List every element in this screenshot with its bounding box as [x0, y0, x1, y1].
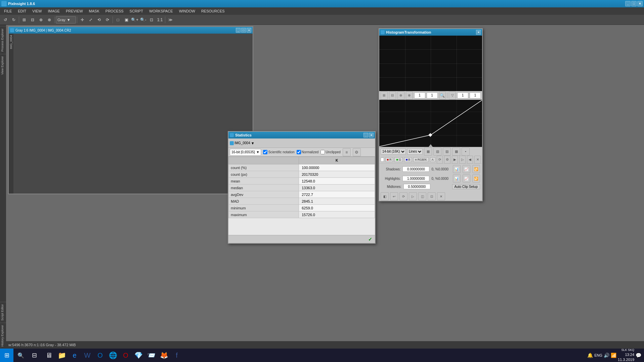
taskbar-app-6[interactable]: 📨: [145, 349, 157, 361]
channel-rgb-button[interactable]: ■ RGB/K: [413, 157, 428, 162]
highlights-input[interactable]: 1.00000000: [402, 176, 429, 181]
zoom-out-button[interactable]: 🔍-: [139, 16, 147, 24]
taskbar-app-opera[interactable]: O: [120, 349, 132, 361]
sidebar-tab-process-explorer[interactable]: Process Explorer: [0, 26, 6, 54]
hist-mirror-btn[interactable]: ⊗: [406, 91, 413, 99]
sidebar-tab-script-editor[interactable]: Script Editor: [0, 302, 6, 323]
scientific-notation-checkbox[interactable]: [263, 150, 267, 154]
hist-spinbox-4[interactable]: 1: [470, 92, 481, 98]
minimize-button[interactable]: _: [625, 1, 631, 6]
view-mode-select[interactable]: Lines: [407, 149, 423, 155]
hist-center-btn[interactable]: ⊕: [397, 91, 404, 99]
hist-zoom-all-btn[interactable]: ⊞: [381, 91, 388, 99]
normalized-checkbox[interactable]: [297, 150, 301, 154]
hist-view-btn-4[interactable]: ▩: [452, 148, 460, 156]
highlights-graph-btn-3[interactable]: 🔁: [472, 174, 480, 183]
taskbar-app-ie[interactable]: e: [69, 349, 81, 361]
hist-action-btn-3[interactable]: ⟳: [399, 192, 407, 200]
taskbar-app-5[interactable]: 💎: [132, 349, 144, 361]
taskbar-app-chrome[interactable]: 🌐: [107, 349, 119, 361]
taskbar-notifications[interactable]: 🔔: [587, 353, 593, 358]
more-tools-1[interactable]: ≫: [166, 16, 174, 24]
channel-a-button[interactable]: A: [430, 157, 435, 162]
channel-b-button[interactable]: ■ B: [404, 157, 412, 162]
sidebar-tab-view-explorer[interactable]: View Explorer: [0, 54, 6, 77]
redo-button[interactable]: ↻: [10, 16, 18, 24]
channel-settings-btn-4[interactable]: ▷: [459, 156, 466, 164]
stats-options-btn-1[interactable]: ≡: [343, 148, 351, 156]
tool-btn-3[interactable]: ⊕: [37, 16, 45, 24]
sidebar-tab-history-explorer[interactable]: History Explorer: [0, 323, 6, 349]
hist-view-btn-1[interactable]: ▦: [424, 148, 432, 156]
shadows-graph-btn-2[interactable]: 📈: [463, 165, 470, 173]
hist-close-button[interactable]: ✕: [476, 30, 481, 35]
view-btn-2[interactable]: ▣: [122, 16, 130, 24]
shadows-input[interactable]: 0.00000000: [402, 166, 429, 172]
hist-spinbox-3[interactable]: 1: [457, 92, 468, 98]
menu-edit[interactable]: EDIT: [15, 8, 29, 14]
hist-action-btn-5[interactable]: ◫: [418, 192, 426, 200]
stats-minimize-button[interactable]: _: [363, 133, 368, 137]
channel-r-button[interactable]: ■ R: [385, 157, 393, 162]
taskbar-clock[interactable]: SLK SKQ 13:24 11.3.2019: [618, 348, 634, 362]
nav-btn-3[interactable]: ⟲: [95, 16, 103, 24]
zoom-in-button[interactable]: 🔍+: [131, 16, 139, 24]
menu-process[interactable]: PROCESS: [103, 8, 126, 14]
image-minimize-button[interactable]: _: [236, 28, 241, 33]
midtones-input[interactable]: 0.50000000: [403, 184, 430, 189]
taskbar-app-outlook[interactable]: O: [94, 349, 106, 361]
taskbar-app-firefox[interactable]: 🦊: [158, 349, 170, 361]
nav-btn-1[interactable]: ✛: [78, 16, 86, 24]
view-btn-1[interactable]: □: [114, 16, 122, 24]
taskbar-search-button[interactable]: 🔍: [15, 349, 27, 361]
channel-settings-btn-6[interactable]: ✕: [474, 156, 481, 164]
bit-depth-select[interactable]: 14-bit (16K): [381, 149, 406, 155]
menu-resources[interactable]: RESOURCES: [199, 8, 227, 14]
taskbar-keyboard[interactable]: ENG: [594, 353, 602, 357]
taskbar-app-1[interactable]: 🖥: [43, 349, 55, 361]
color-mode-dropdown[interactable]: Gray ▼: [56, 16, 76, 24]
hist-action-btn-2[interactable]: ↩: [390, 192, 398, 200]
taskbar-app-2[interactable]: 📁: [56, 349, 68, 361]
stats-ok-icon[interactable]: ✓: [368, 237, 372, 242]
auto-clip-setup-button[interactable]: Auto Clip Setup: [452, 184, 480, 189]
taskbar-network[interactable]: 📶: [611, 353, 616, 358]
zoom-fit-button[interactable]: ⊡: [147, 16, 156, 24]
hist-action-btn-1[interactable]: ◧: [381, 192, 389, 200]
stats-options-btn-2[interactable]: ⚙: [353, 148, 361, 156]
taskbar-volume[interactable]: 🔊: [604, 353, 609, 358]
zoom-100-button[interactable]: 1:1: [156, 16, 164, 24]
stats-image-selector[interactable]: IMG_0004 ▼: [230, 141, 255, 145]
menu-preview[interactable]: PREVIEW: [63, 8, 86, 14]
image-maximize-button[interactable]: □: [241, 28, 246, 33]
hist-spinbox-2[interactable]: 1: [427, 92, 438, 98]
tool-btn-2[interactable]: ⊟: [29, 16, 37, 24]
unclipped-checkbox[interactable]: [320, 150, 325, 154]
midtone-slider-indicator[interactable]: [429, 144, 433, 147]
taskbar-app-fb[interactable]: f: [171, 349, 183, 361]
taskbar-action-center[interactable]: 💬: [636, 353, 641, 358]
tool-btn-1[interactable]: ⊞: [20, 16, 28, 24]
stats-bit-depth-dropdown[interactable]: 16-bit [0,65535] ▼: [230, 149, 261, 156]
menu-mask[interactable]: MASK: [86, 8, 102, 14]
hist-action-btn-6[interactable]: ⊡: [428, 192, 436, 200]
taskbar-cortana[interactable]: ⊟: [28, 349, 40, 361]
hist-action-btn-7[interactable]: ✕: [437, 192, 445, 200]
hist-zoom-sel-btn[interactable]: ⊟: [389, 91, 396, 99]
channel-settings-btn-5[interactable]: ◀: [467, 156, 473, 164]
stats-close-button[interactable]: ✕: [369, 133, 374, 137]
nav-btn-4[interactable]: ⟳: [103, 16, 112, 24]
channel-g-button[interactable]: ■ G: [394, 157, 402, 162]
channel-settings-btn-3[interactable]: ▶: [452, 156, 458, 164]
nav-btn-2[interactable]: ⤢: [87, 16, 95, 24]
image-display-area[interactable]: [13, 34, 253, 194]
shadows-graph-btn-1[interactable]: 📊: [453, 165, 461, 173]
menu-image[interactable]: IMAGE: [45, 8, 62, 14]
hist-action-btn-4[interactable]: ▷: [409, 192, 417, 200]
channel-settings-btn-2[interactable]: ⚙: [444, 156, 450, 164]
hist-spinbox-1[interactable]: 1: [414, 92, 425, 98]
maximize-button[interactable]: □: [631, 1, 637, 6]
hist-view-btn-2[interactable]: ▧: [433, 148, 441, 156]
menu-file[interactable]: FILE: [1, 8, 14, 14]
menu-script[interactable]: SCRIPT: [127, 8, 146, 14]
